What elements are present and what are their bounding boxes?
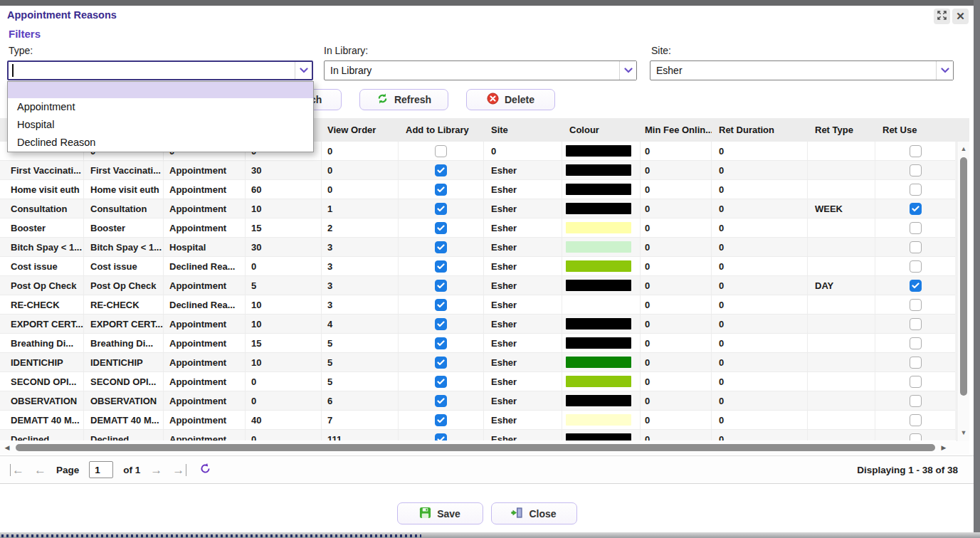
column-header-ret_duration[interactable]: Ret Duration bbox=[712, 118, 808, 142]
table-row[interactable]: Cost issueCost issueDeclined Rea...03Esh… bbox=[0, 257, 956, 276]
colour-swatch[interactable] bbox=[566, 395, 631, 406]
table-row[interactable]: IDENTICHIPIDENTICHIPAppointment105Esher0… bbox=[0, 353, 956, 372]
ret_use-checkbox[interactable] bbox=[910, 203, 922, 215]
table-row[interactable]: Bitch Spay < 1...Bitch Spay < 1...Hospit… bbox=[0, 238, 956, 257]
ret_use-checkbox[interactable] bbox=[910, 318, 922, 330]
colour-swatch[interactable] bbox=[566, 280, 631, 291]
in-library-dropdown-button[interactable] bbox=[619, 61, 636, 80]
site-filter-combo[interactable]: Esher bbox=[650, 60, 954, 80]
add_to_library-checkbox[interactable] bbox=[435, 299, 447, 311]
table-row[interactable]: ConsultationConsultationAppointment101Es… bbox=[0, 199, 956, 218]
add_to_library-checkbox[interactable] bbox=[435, 414, 447, 426]
add_to_library-checkbox[interactable] bbox=[435, 222, 447, 234]
scroll-left-arrow[interactable]: ◀ bbox=[1, 441, 13, 454]
column-header-colour[interactable]: Colour bbox=[562, 118, 641, 142]
ret_use-checkbox[interactable] bbox=[910, 260, 922, 273]
colour-swatch[interactable] bbox=[566, 433, 631, 441]
add_to_library-checkbox[interactable] bbox=[435, 145, 447, 157]
add_to_library-checkbox[interactable] bbox=[435, 337, 447, 349]
colour-swatch[interactable] bbox=[566, 414, 631, 426]
horizontal-scroll-thumb[interactable] bbox=[16, 444, 935, 451]
add_to_library-checkbox[interactable] bbox=[435, 395, 447, 407]
close-button[interactable]: ✕ bbox=[952, 9, 969, 24]
site-dropdown-button[interactable] bbox=[936, 61, 953, 80]
table-row[interactable]: RE-CHECKRE-CHECKDeclined Rea...103Esher0… bbox=[0, 295, 956, 315]
column-header-add_to_library[interactable]: Add to Library bbox=[399, 118, 484, 142]
table-row[interactable]: OBSERVATIONOBSERVATIONAppointment06Esher… bbox=[0, 391, 956, 411]
add_to_library-checkbox[interactable] bbox=[435, 260, 447, 273]
colour-swatch[interactable] bbox=[566, 164, 631, 176]
colour-swatch[interactable] bbox=[566, 376, 631, 387]
maximize-button[interactable] bbox=[934, 9, 950, 24]
add_to_library-checkbox[interactable] bbox=[435, 357, 447, 369]
type-dropdown-button[interactable] bbox=[295, 62, 312, 79]
column-header-site[interactable]: Site bbox=[484, 118, 562, 142]
ret_use-checkbox[interactable] bbox=[910, 241, 922, 253]
first-page-button[interactable]: ← bbox=[10, 464, 24, 476]
type-option-hospital[interactable]: Hospital bbox=[8, 116, 313, 134]
type-option-appointment[interactable]: Appointment bbox=[8, 98, 313, 116]
add_to_library-checkbox[interactable] bbox=[435, 376, 447, 388]
table-row[interactable]: First Vaccinati...First Vaccinati...Appo… bbox=[0, 161, 956, 180]
colour-swatch[interactable] bbox=[566, 260, 631, 272]
pager-refresh-button[interactable] bbox=[199, 463, 211, 478]
add_to_library-checkbox[interactable] bbox=[435, 433, 447, 441]
table-row[interactable]: Breathing Di...Breathing Di...Appointmen… bbox=[0, 334, 956, 353]
ret_use-checkbox[interactable] bbox=[910, 395, 922, 407]
ret_use-checkbox[interactable] bbox=[910, 433, 922, 441]
add_to_library-checkbox[interactable] bbox=[435, 184, 447, 196]
ret_use-checkbox[interactable] bbox=[910, 337, 922, 349]
previous-page-button[interactable]: ← bbox=[34, 464, 46, 476]
ret_use-checkbox[interactable] bbox=[910, 164, 922, 176]
add_to_library-checkbox[interactable] bbox=[435, 203, 447, 215]
in-library-filter-combo[interactable]: In Library bbox=[324, 60, 637, 80]
table-row[interactable]: Home visit euthHome visit euthAppointmen… bbox=[0, 180, 956, 199]
column-header-min_fee_online[interactable]: Min Fee Onlin... bbox=[641, 118, 712, 142]
scroll-right-arrow[interactable]: ▶ bbox=[938, 441, 949, 454]
column-header-view_order[interactable]: View Order bbox=[322, 118, 399, 142]
last-page-button[interactable]: → bbox=[172, 464, 186, 476]
colour-swatch[interactable] bbox=[566, 203, 631, 214]
vertical-scroll-thumb[interactable] bbox=[960, 157, 967, 396]
page-number-input[interactable] bbox=[89, 461, 113, 478]
scroll-up-arrow[interactable]: ▲ bbox=[957, 143, 970, 154]
ret_use-checkbox[interactable] bbox=[910, 299, 922, 311]
ret_use-checkbox[interactable] bbox=[910, 280, 922, 292]
colour-swatch[interactable] bbox=[566, 184, 631, 195]
table-row[interactable]: SECOND OPI...SECOND OPI...Appointment05E… bbox=[0, 372, 956, 391]
cell-ret_use bbox=[875, 372, 956, 391]
add_to_library-checkbox[interactable] bbox=[435, 164, 447, 176]
add_to_library-checkbox[interactable] bbox=[435, 241, 447, 253]
ret_use-checkbox[interactable] bbox=[910, 414, 922, 426]
ret_use-checkbox[interactable] bbox=[910, 357, 922, 369]
colour-swatch[interactable] bbox=[566, 318, 631, 329]
ret_use-checkbox[interactable] bbox=[910, 376, 922, 388]
appointment-reasons-dialog: Appointment Reasons ✕ Filters Type: In L… bbox=[0, 6, 974, 532]
colour-swatch[interactable] bbox=[566, 241, 631, 253]
close-dialog-button[interactable]: Close bbox=[491, 502, 577, 524]
colour-swatch[interactable] bbox=[566, 357, 631, 368]
type-option-declined-reason[interactable]: Declined Reason bbox=[8, 134, 313, 152]
table-row[interactable]: DeclinedDeclinedAppointment0111Esher00 bbox=[0, 430, 956, 441]
colour-swatch[interactable] bbox=[566, 145, 631, 157]
ret_use-checkbox[interactable] bbox=[910, 184, 922, 196]
table-row[interactable]: EXPORT CERT...EXPORT CERT...Appointment1… bbox=[0, 315, 956, 334]
column-header-ret_use[interactable]: Ret Use bbox=[875, 118, 956, 142]
ret_use-checkbox[interactable] bbox=[910, 145, 922, 157]
scroll-down-arrow[interactable]: ▼ bbox=[957, 427, 970, 438]
colour-swatch[interactable] bbox=[566, 337, 631, 349]
delete-button[interactable]: Delete bbox=[466, 89, 555, 110]
save-button[interactable]: Save bbox=[397, 502, 483, 524]
type-option-blank[interactable] bbox=[8, 82, 313, 98]
add_to_library-checkbox[interactable] bbox=[435, 318, 447, 330]
table-row[interactable]: BoosterBoosterAppointment152Esher00 bbox=[0, 218, 956, 238]
table-row[interactable]: Post Op CheckPost Op CheckAppointment53E… bbox=[0, 276, 956, 295]
refresh-button[interactable]: Refresh bbox=[359, 89, 448, 110]
colour-swatch[interactable] bbox=[566, 222, 631, 233]
next-page-button[interactable]: → bbox=[150, 464, 162, 476]
add_to_library-checkbox[interactable] bbox=[435, 280, 447, 292]
type-filter-combo[interactable] bbox=[7, 60, 313, 80]
table-row[interactable]: DEMATT 40 M...DEMATT 40 M...Appointment4… bbox=[0, 411, 956, 430]
column-header-ret_type[interactable]: Ret Type bbox=[808, 118, 875, 142]
ret_use-checkbox[interactable] bbox=[910, 222, 922, 234]
